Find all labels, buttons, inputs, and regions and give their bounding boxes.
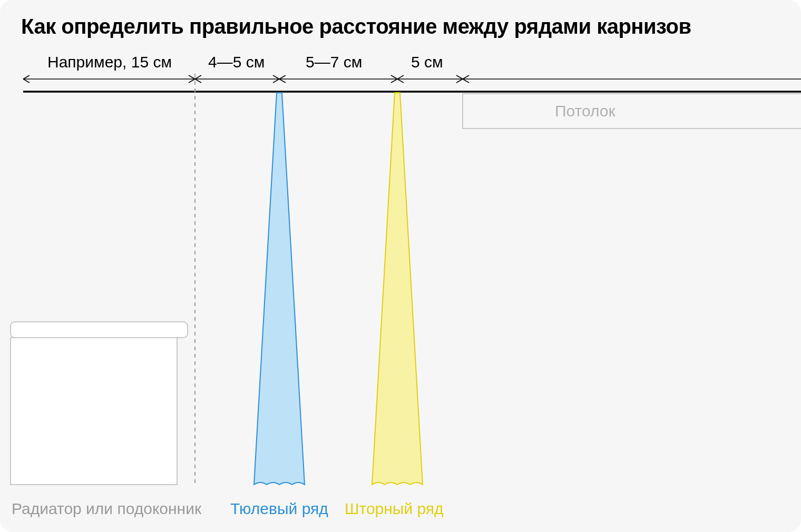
ceiling-label: Потолок xyxy=(555,102,616,120)
svg-rect-5 xyxy=(11,322,188,338)
radiator-shape xyxy=(11,322,188,485)
dim-label-1: Например, 15 см xyxy=(47,53,172,71)
caption-radiator: Радиатор или подоконник xyxy=(12,500,202,517)
svg-rect-6 xyxy=(11,338,177,485)
drape-curtain xyxy=(372,93,423,485)
caption-tulle: Тюлевый ряд xyxy=(230,500,328,517)
diagram-card: Как определить правильное расстояние меж… xyxy=(0,0,801,532)
dim-label-3: 5—7 см xyxy=(306,53,362,71)
diagram-svg: Например, 15 см 4—5 см 5—7 см 5 см Потол… xyxy=(0,0,801,532)
ceiling-shape: Потолок xyxy=(463,94,801,129)
dimension-arrows xyxy=(23,75,801,83)
tulle-curtain xyxy=(254,93,305,485)
caption-curtain: Шторный ряд xyxy=(345,500,444,517)
dim-label-2: 4—5 см xyxy=(208,53,265,71)
dim-label-4: 5 см xyxy=(411,53,443,71)
